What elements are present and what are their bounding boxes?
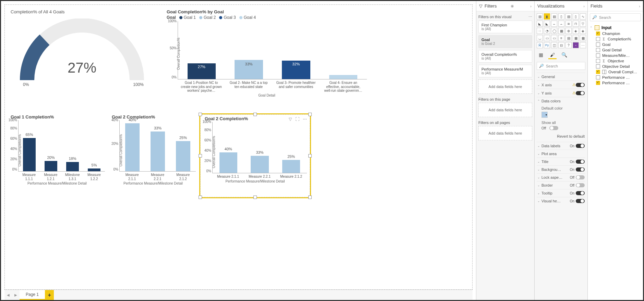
- viz-stacked-bar-icon[interactable]: ▤: [537, 13, 543, 20]
- filter-card-goal[interactable]: Goal is Goal 2: [478, 35, 532, 48]
- viz-100-column-icon[interactable]: ▯: [573, 13, 579, 20]
- viz-slicer-icon[interactable]: ▤: [565, 35, 572, 41]
- viz-custom-icon[interactable]: ▫: [573, 42, 579, 48]
- focus-mode-icon[interactable]: ⛶: [295, 117, 299, 122]
- viz-py-icon[interactable]: Py: [544, 42, 550, 48]
- viz-clustered-bar-icon[interactable]: ▤: [551, 13, 557, 20]
- viz-filled-map-icon[interactable]: ◈: [573, 28, 579, 34]
- viz-line-clustered-icon[interactable]: ⫠: [558, 21, 564, 27]
- viz-map-icon[interactable]: ⊕: [565, 28, 572, 34]
- format-search-input[interactable]: 🔎 Search: [537, 62, 585, 70]
- viz-scatter-icon[interactable]: ∷: [537, 28, 543, 34]
- field-checkbox[interactable]: [596, 75, 600, 79]
- field-checkbox[interactable]: [596, 64, 600, 68]
- table-input[interactable]: ⌃ Input: [590, 25, 641, 31]
- report-canvas[interactable]: Completion% of All 4 Goals 27% 0% 100% G…: [1, 1, 476, 300]
- drop-visual[interactable]: Add data fields here: [478, 79, 532, 94]
- format-lock-aspect[interactable]: ⌄Lock aspe…Off: [537, 173, 585, 181]
- drop-all[interactable]: Add data fields here: [478, 126, 532, 140]
- field-row[interactable]: Goal: [590, 42, 641, 47]
- add-page-button[interactable]: +: [45, 290, 54, 300]
- viz-gauge-icon[interactable]: ◡: [537, 35, 543, 41]
- eye-icon[interactable]: ◉: [511, 4, 514, 8]
- viz-donut-icon[interactable]: ◯: [551, 28, 557, 34]
- viz-100-bar-icon[interactable]: ▤: [565, 13, 572, 20]
- format-background[interactable]: ⌄Backgrou…On: [537, 165, 585, 173]
- fields-search-input[interactable]: 🔎 Search: [590, 13, 641, 21]
- format-yaxis[interactable]: ⌄Y axis⚠: [537, 89, 585, 97]
- field-checkbox[interactable]: [596, 59, 600, 63]
- format-plot-area[interactable]: ⌄Plot area: [537, 150, 585, 158]
- viz-waterfall-icon[interactable]: ⊓: [573, 21, 579, 27]
- collapse-filters-icon[interactable]: ›: [530, 4, 532, 8]
- visual-goal1[interactable]: Goal 1 Completion% Overall Completion% 0…: [7, 114, 108, 197]
- viz-line-column-icon[interactable]: ⫠: [551, 21, 557, 27]
- collapse-fields-icon[interactable]: ›: [639, 4, 640, 8]
- format-border[interactable]: ⌄BorderOff: [537, 181, 585, 189]
- collapse-viz-icon[interactable]: ›: [583, 4, 585, 8]
- field-row[interactable]: Overall Compl…: [590, 69, 641, 75]
- filter-card-overall[interactable]: Overall Completion% is (All): [478, 50, 532, 63]
- viz-multi-card-icon[interactable]: ▭: [551, 35, 557, 41]
- analytics-tab-icon[interactable]: 🔍: [560, 51, 568, 59]
- field-checkbox[interactable]: [596, 48, 600, 52]
- filter-icon[interactable]: ▽: [289, 117, 292, 122]
- visual-goal2a[interactable]: Goal 2 Completion% Overall Completion% 0…: [108, 114, 199, 197]
- field-row[interactable]: Objective Detail: [590, 64, 641, 69]
- viz-type-picker[interactable]: ▤ ▮ ▤ ▯ ▤ ▯ ∿ ◣ ◣ ⫠ ⫠ ≋ ⊓ ▽ ∷ ◔ ◯ ▦ ⊕ ◈: [537, 13, 585, 48]
- viz-line-icon[interactable]: ∿: [580, 13, 586, 20]
- viz-kpi-icon[interactable]: ≡: [558, 35, 564, 41]
- viz-pie-icon[interactable]: ◔: [544, 28, 550, 34]
- format-visual-header[interactable]: ⌄Visual he…On: [537, 197, 585, 205]
- visual-by-goal[interactable]: Goal Completion% by Goal Goal Goal 1 Goa…: [163, 7, 371, 113]
- viz-qa-icon[interactable]: ?: [565, 42, 572, 48]
- format-xaxis[interactable]: ⌄X axis⚠: [537, 80, 585, 89]
- format-tooltip[interactable]: ⌄TooltipOn: [537, 189, 585, 197]
- format-data-labels[interactable]: ⌄Data labelsOn: [537, 142, 585, 150]
- viz-stacked-column-icon[interactable]: ▮: [544, 13, 550, 20]
- visual-goal2b-selected[interactable]: ▽ ⛶ ⋯ Goal 2 Completion% Overall Complet…: [200, 114, 310, 197]
- filter-card-champion[interactable]: First Champion is (All): [478, 21, 532, 33]
- field-row[interactable]: Performance …: [590, 75, 641, 80]
- field-row[interactable]: Goal Detail: [590, 47, 641, 53]
- format-data-colors[interactable]: ⌃Data colors: [537, 97, 585, 105]
- report-page-body[interactable]: Completion% of All 4 Goals 27% 0% 100% G…: [4, 4, 473, 290]
- field-row[interactable]: Performance …: [590, 80, 641, 86]
- filter-card-perf[interactable]: Performance Measure/M is (All): [478, 65, 532, 77]
- viz-key-influencers-icon[interactable]: ◫: [551, 42, 557, 48]
- default-color-swatch[interactable]: ▾: [541, 112, 548, 118]
- more-options-icon[interactable]: ⋯: [303, 117, 307, 122]
- viz-table-icon[interactable]: ▦: [573, 35, 579, 41]
- drop-page[interactable]: Add data fields here: [478, 103, 532, 117]
- viz-r-icon[interactable]: R: [537, 42, 543, 48]
- viz-matrix-icon[interactable]: ▦: [580, 35, 586, 41]
- viz-import-icon[interactable]: ⋯: [580, 42, 586, 48]
- fields-tab-icon[interactable]: ▦: [537, 51, 545, 59]
- field-checkbox[interactable]: [596, 70, 600, 74]
- viz-area-icon[interactable]: ◣: [537, 21, 543, 27]
- format-tab-icon[interactable]: 🖌: [548, 51, 557, 59]
- field-row[interactable]: ΣObjective: [590, 58, 641, 64]
- viz-clustered-column-icon[interactable]: ▯: [558, 13, 564, 20]
- viz-treemap-icon[interactable]: ▦: [558, 28, 564, 34]
- viz-card-icon[interactable]: ▭: [544, 35, 550, 41]
- viz-shape-map-icon[interactable]: ◈: [580, 28, 586, 34]
- field-checkbox[interactable]: [596, 53, 600, 58]
- show-all-toggle[interactable]: [549, 126, 558, 130]
- visual-gauge[interactable]: Completion% of All 4 Goals 27% 0% 100%: [7, 7, 157, 109]
- field-row[interactable]: Champion: [590, 31, 641, 36]
- viz-decomp-icon[interactable]: ⊟: [558, 42, 564, 48]
- more-icon[interactable]: ⋯: [528, 15, 532, 19]
- format-general[interactable]: ⌄General: [537, 73, 585, 80]
- page-tab-1[interactable]: Page 1: [20, 290, 45, 300]
- field-checkbox[interactable]: [596, 32, 600, 36]
- field-checkbox[interactable]: [596, 81, 600, 85]
- revert-link[interactable]: Revert to default: [537, 132, 585, 142]
- field-checkbox[interactable]: [596, 42, 600, 47]
- visual-header-actions[interactable]: ▽ ⛶ ⋯: [289, 117, 307, 122]
- field-checkbox[interactable]: [596, 37, 600, 41]
- tab-scroll-right[interactable]: ▶: [12, 290, 20, 300]
- viz-ribbon-icon[interactable]: ≋: [565, 21, 572, 27]
- viz-funnel-icon[interactable]: ▽: [580, 21, 586, 27]
- tab-scroll-left[interactable]: ◀: [4, 290, 12, 300]
